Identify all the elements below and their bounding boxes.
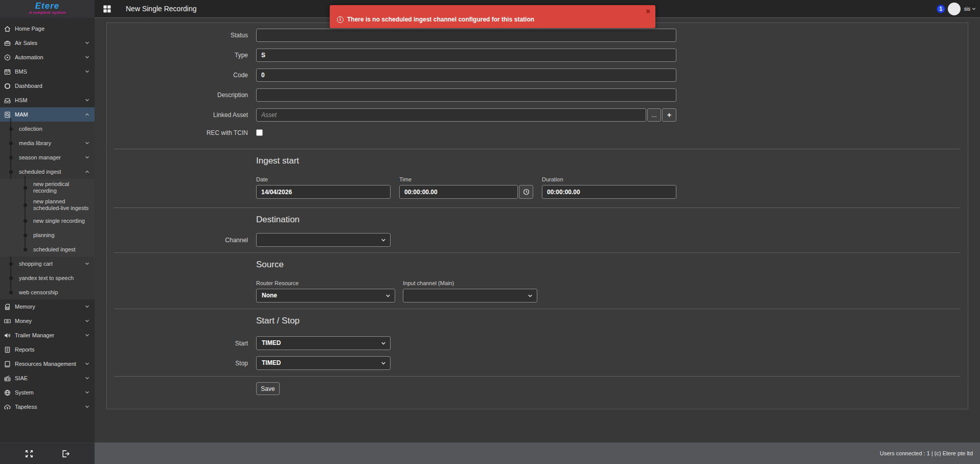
sidebar-item-money[interactable]: Money <box>0 314 95 328</box>
banknote-icon <box>4 318 11 324</box>
sidebar-item-hsm[interactable]: HSM <box>0 93 95 107</box>
bullet-icon <box>24 219 27 223</box>
code-input[interactable] <box>256 68 676 82</box>
mam-submenu: collection media library season manager … <box>0 122 95 299</box>
description-input[interactable] <box>256 88 676 102</box>
start-select[interactable]: TIMED <box>256 336 391 350</box>
radio-icon <box>4 375 11 382</box>
document-icon <box>4 346 11 353</box>
sidebar-item-scheduled-ingest[interactable]: scheduled ingest <box>0 165 95 179</box>
sidebar-item-resources-management[interactable]: Resources Management <box>0 357 95 371</box>
chevron-down-icon <box>85 55 89 59</box>
sidebar-item-web-censorship[interactable]: web censorship <box>0 285 95 299</box>
bullet-icon <box>9 291 13 294</box>
sidebar-item-automation[interactable]: Automation <box>0 50 95 64</box>
brand-name: Etere <box>0 2 95 10</box>
sidebar: Etere A complete system Home Page Air Sa… <box>0 0 95 464</box>
status-label: Status <box>107 32 256 39</box>
time-picker-button[interactable] <box>519 185 533 199</box>
clock-icon <box>523 189 530 195</box>
chevron-down-icon <box>85 69 89 74</box>
sidebar-item-system[interactable]: System <box>0 385 95 400</box>
sidebar-item-new-single-recording[interactable]: new single recording <box>0 214 95 228</box>
bullet-icon <box>9 262 13 266</box>
bullet-icon <box>24 234 27 237</box>
input-channel-label: Input channel (Main) <box>403 280 537 286</box>
expand-icon[interactable] <box>25 450 33 458</box>
avatar[interactable] <box>948 3 961 15</box>
sidebar-item-media-library[interactable]: media library <box>0 136 95 150</box>
chevron-up-icon <box>85 112 89 117</box>
sidebar-item-season-manager[interactable]: season manager <box>0 150 95 165</box>
form-panel: Status Type Code Description Linked Asse… <box>106 22 968 409</box>
main-content: Status Type Code Description Linked Asse… <box>95 18 980 443</box>
sidebar-item-dashboard[interactable]: Dashboard <box>0 79 95 93</box>
sidebar-item-shopping-cart[interactable]: shopping cart <box>0 257 95 271</box>
status-input[interactable] <box>256 29 676 42</box>
linked-asset-input[interactable] <box>256 108 646 122</box>
chevron-down-icon <box>85 405 89 409</box>
sidebar-item-air-sales[interactable]: Air Sales <box>0 36 95 50</box>
sidebar-footer <box>0 443 95 464</box>
duration-input[interactable] <box>542 185 676 199</box>
code-label: Code <box>107 72 256 79</box>
channel-select[interactable] <box>256 233 391 247</box>
logout-icon[interactable] <box>61 450 70 458</box>
speaker-icon <box>4 332 11 339</box>
input-channel-select[interactable] <box>403 289 537 303</box>
sidebar-item-tapeless[interactable]: Tapeless <box>0 400 95 414</box>
sidebar-item-collection[interactable]: collection <box>0 122 95 136</box>
close-icon[interactable]: × <box>646 7 650 15</box>
rec-with-tcin-checkbox[interactable] <box>256 129 263 136</box>
sidebar-item-planning[interactable]: planning <box>0 228 95 242</box>
sd-card-icon <box>4 304 11 310</box>
rec-with-tcin-label: REC with TCIN <box>107 129 256 136</box>
sidebar-item-new-planned-scheduled-live-ingests[interactable]: new planned scheduled-live ingests <box>0 196 95 214</box>
channel-label: Channel <box>107 237 256 244</box>
stop-select[interactable]: TIMED <box>256 356 391 370</box>
sidebar-item-scheduled-ingest-page[interactable]: scheduled ingest <box>0 242 95 257</box>
user-menu[interactable]: 1 sis <box>937 3 976 15</box>
start-stop-title: Start / Stop <box>256 316 968 326</box>
globe-icon <box>4 389 11 396</box>
chevron-down-icon <box>85 305 89 309</box>
sidebar-item-trailer-manager[interactable]: Trailer Manager <box>0 328 95 342</box>
time-input[interactable] <box>399 185 518 199</box>
source-title: Source <box>256 260 968 270</box>
book-icon <box>4 361 11 367</box>
sidebar-item-bms[interactable]: BMS <box>0 64 95 79</box>
status-bar: Users connected : 1 | (c) Etere pte ltd <box>95 443 980 464</box>
play-circle-icon <box>4 54 11 61</box>
sidebar-item-home-page[interactable]: Home Page <box>0 21 95 36</box>
inbox-icon <box>4 97 11 104</box>
browse-asset-button[interactable]: ... <box>647 108 661 122</box>
chevron-up-icon <box>85 170 89 174</box>
apps-grid-icon[interactable] <box>103 5 111 13</box>
alert-message: There is no scheduled ingest channel con… <box>347 16 534 23</box>
router-resource-select[interactable]: None <box>256 289 395 303</box>
sidebar-item-memory[interactable]: Memory <box>0 299 95 314</box>
sidebar-item-mam[interactable]: MAM <box>0 107 95 122</box>
save-button[interactable]: Save <box>256 382 280 395</box>
chevron-down-icon <box>381 341 386 345</box>
add-asset-button[interactable]: + <box>662 108 676 122</box>
destination-title: Destination <box>256 215 968 225</box>
chevron-down-icon <box>85 262 89 266</box>
type-input[interactable] <box>256 49 676 62</box>
notification-badge[interactable]: 1 <box>937 5 945 13</box>
info-icon <box>337 16 344 23</box>
chevron-down-icon <box>85 41 89 45</box>
chevron-down-icon <box>385 294 391 298</box>
scheduled-ingest-submenu: new periodical recording new planned sch… <box>0 179 95 257</box>
chevron-down-icon <box>528 294 533 298</box>
chevron-down-icon <box>85 376 89 380</box>
sidebar-item-new-periodical-recording[interactable]: new periodical recording <box>0 179 95 196</box>
chevron-down-icon <box>85 141 89 145</box>
date-label: Date <box>256 176 391 182</box>
chevron-down-icon <box>85 319 89 323</box>
bullet-icon <box>9 142 13 145</box>
date-input[interactable] <box>256 185 391 199</box>
sidebar-item-yandex-text-to-speech[interactable]: yandex text to speech <box>0 271 95 285</box>
sidebar-item-siae[interactable]: SIAE <box>0 371 95 385</box>
sidebar-item-reports[interactable]: Reports <box>0 342 95 357</box>
